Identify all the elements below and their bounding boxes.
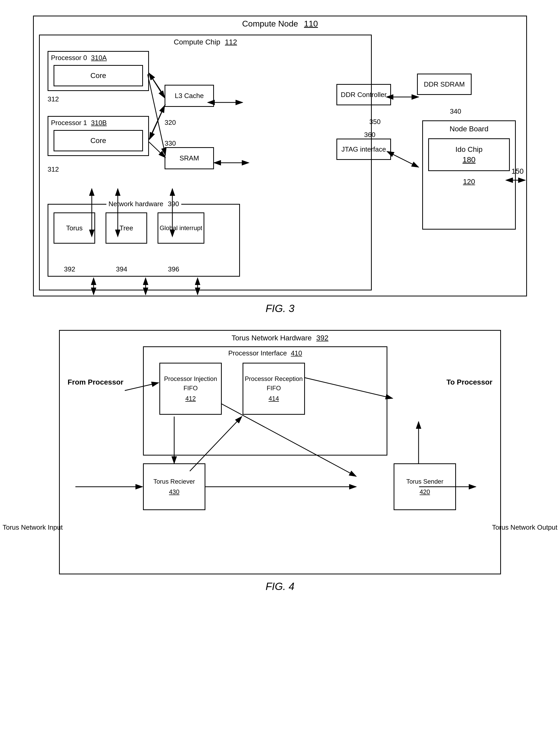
torus-sender-box: Torus Sender 420 <box>394 463 456 510</box>
ref312b: 312 <box>48 165 59 173</box>
to-processor-label: To Processor <box>446 378 492 387</box>
sram-box: SRAM <box>165 147 214 169</box>
ddr-sdram-ref: 340 <box>450 107 461 115</box>
global-interrupt-box: Global interrupt <box>158 212 204 244</box>
reception-fifo-box: Processor Reception FIFO 414 <box>243 363 305 415</box>
processor0-label: Processor 0 310A <box>49 52 148 63</box>
page-container: Compute Node 110 Compute Chip 112 Proces… <box>21 16 539 592</box>
fig4-diagram: Torus Network Hardware 392 Processor Int… <box>59 330 501 574</box>
node-board-ref: 120 <box>423 175 515 188</box>
fig4-caption: FIG. 4 <box>265 581 294 592</box>
ddr-controller-ref: 350 <box>369 118 381 126</box>
processor1-label: Processor 1 310B <box>49 117 148 127</box>
fig3-caption: FIG. 3 <box>265 303 294 314</box>
node-board-box: Node Board Ido Chip 180 120 <box>422 120 516 229</box>
fig3-diagram: Compute Node 110 Compute Chip 112 Proces… <box>33 16 527 296</box>
proc-interface-box: Processor Interface 410 Processor Inject… <box>143 346 387 456</box>
processor0-box: Processor 0 310A Core <box>48 51 149 91</box>
svg-line-6 <box>148 74 165 155</box>
l3-cache-box: L3 Cache <box>165 85 214 107</box>
network-hw-label: Network hardware 390 <box>106 200 181 208</box>
svg-line-3 <box>149 73 165 96</box>
jtag-ref: 360 <box>364 131 375 139</box>
l3-cache-ref: 320 <box>165 118 176 127</box>
ref396: 396 <box>168 265 179 273</box>
jtag-box: JTAG interface <box>337 138 391 160</box>
torus-nh-label: Torus Network Hardware 392 <box>231 334 329 342</box>
torus-receiver-box: Torus Reciever 430 <box>143 463 205 510</box>
fig3-wrapper: Compute Node 110 Compute Chip 112 Proces… <box>21 16 539 314</box>
compute-node-label: Compute Node 110 <box>242 19 318 28</box>
network-hw-box: Network hardware 390 Torus Tree Global i… <box>48 204 240 277</box>
ddr-controller-box: DDR Controller <box>337 84 391 105</box>
compute-chip-box: Compute Chip 112 Processor 0 310A Core 3… <box>39 34 372 290</box>
processor1-box: Processor 1 310B Core <box>48 116 149 156</box>
proc-interface-label: Processor Interface 410 <box>228 349 302 357</box>
ddr-sdram-box: DDR SDRAM <box>417 74 472 95</box>
from-processor-label: From Processor <box>68 378 123 387</box>
ref150: 150 <box>511 167 524 176</box>
core1-box: Core <box>54 130 143 151</box>
sram-ref: 330 <box>165 140 176 148</box>
svg-line-7 <box>149 142 165 158</box>
ref394: 394 <box>116 265 127 273</box>
injection-fifo-box: Processor Injection FIFO 412 <box>159 363 222 415</box>
node-board-label: Node Board <box>423 121 515 134</box>
torus-box: Torus <box>54 212 95 244</box>
svg-line-5 <box>150 104 165 140</box>
svg-line-4 <box>149 106 165 140</box>
compute-chip-label: Compute Chip 112 <box>174 38 237 46</box>
svg-line-16 <box>393 154 418 167</box>
svg-line-2 <box>149 73 165 98</box>
ido-chip-box: Ido Chip 180 <box>428 138 510 171</box>
tree-box: Tree <box>106 212 147 244</box>
torus-output-label: Torus Network Output <box>492 523 557 532</box>
torus-input-label: Torus Network Input <box>3 523 63 532</box>
ref312a: 312 <box>48 95 59 103</box>
ref392: 392 <box>64 265 75 273</box>
fig4-wrapper: Torus Network Hardware 392 Processor Int… <box>21 330 539 592</box>
core0-box: Core <box>54 65 143 86</box>
